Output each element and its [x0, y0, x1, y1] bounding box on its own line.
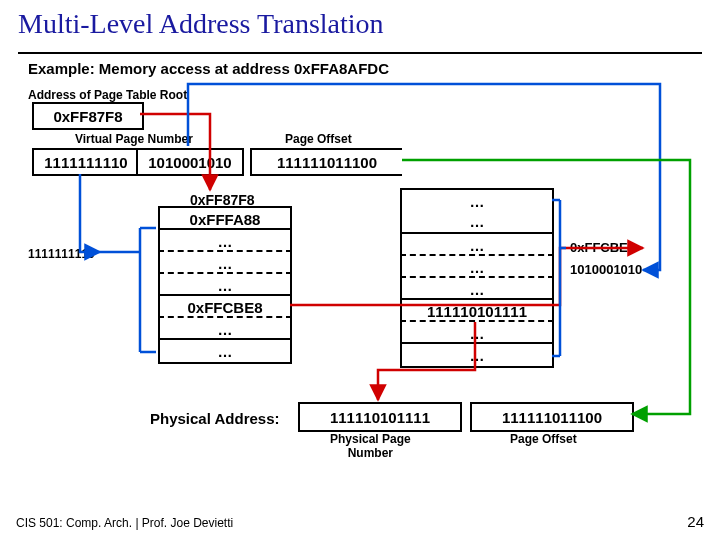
- vpn-label: Virtual Page Number: [75, 132, 193, 146]
- idx2-header: 0xFFCBE8: [570, 240, 635, 255]
- footer-left: CIS 501: Comp. Arch. | Prof. Joe Deviett…: [16, 516, 233, 530]
- root-label: Address of Page Table Root: [28, 88, 187, 102]
- phys-page-sublabel: Physical Page Number: [330, 432, 411, 460]
- table2-row-7: …: [400, 342, 554, 368]
- title-rule: [18, 52, 702, 54]
- phys-addr-label: Physical Address:: [150, 410, 280, 427]
- root-box: 0xFF87F8: [32, 102, 144, 130]
- table1-row-6: …: [158, 338, 292, 364]
- example-text: Example: Memory access at address 0xFFA8…: [28, 60, 389, 77]
- phys-page-box: 111110101111: [298, 402, 462, 432]
- footer-right: 24: [687, 513, 704, 530]
- phys-offset-box: 111111011100: [470, 402, 634, 432]
- offset-label: Page Offset: [285, 132, 352, 146]
- idx2-index: 1010001010: [570, 262, 642, 277]
- table2-row-1: …: [400, 210, 554, 234]
- idx1-text: 1111111110: [28, 247, 95, 261]
- va-vpn1: 1111111110: [32, 148, 140, 176]
- va-vpn2: 1010001010: [136, 148, 244, 176]
- slide-title: Multi-Level Address Translation: [18, 8, 384, 40]
- va-offset: 111111011100: [250, 148, 402, 176]
- phys-offset-sublabel: Page Offset: [510, 432, 577, 446]
